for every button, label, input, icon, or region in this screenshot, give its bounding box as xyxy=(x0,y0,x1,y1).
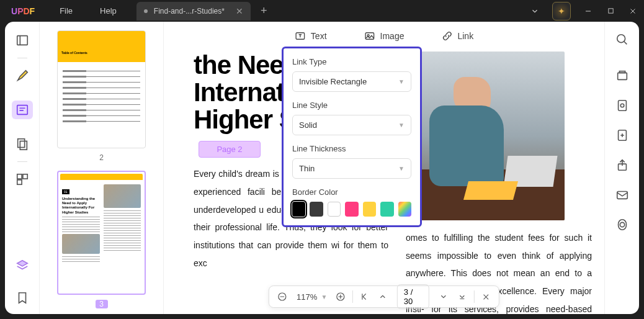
chevron-down-icon: ▼ xyxy=(398,122,405,128)
app-logo: UPDF xyxy=(0,6,46,16)
line-thickness-label: Line Thickness xyxy=(292,144,411,153)
svg-point-27 xyxy=(617,35,625,43)
link-type-label: Link Type xyxy=(292,57,411,66)
swatch-teal[interactable] xyxy=(380,202,393,217)
link-properties-popup: Link Type Invisible Rectangle▼ Line Styl… xyxy=(282,47,422,227)
thumbnail-label-3: 3 xyxy=(96,300,108,308)
print-icon[interactable] xyxy=(615,218,629,231)
swatch-white[interactable] xyxy=(328,202,341,217)
add-link-button[interactable]: Link xyxy=(441,30,473,42)
svg-rect-31 xyxy=(618,101,626,111)
share-icon[interactable] xyxy=(615,158,629,172)
svg-point-39 xyxy=(620,222,624,227)
document-tab[interactable]: Find-and-...r-Studies* ✕ xyxy=(136,2,251,20)
organize-pages-icon[interactable] xyxy=(14,137,30,151)
add-image-button[interactable]: Image xyxy=(364,30,405,42)
swatch-yellow[interactable] xyxy=(363,202,376,217)
ocr-icon[interactable] xyxy=(615,69,629,83)
last-page-button[interactable] xyxy=(454,288,470,305)
tab-title: Find-and-...r-Studies* xyxy=(154,7,225,16)
email-icon[interactable] xyxy=(615,188,629,202)
new-tab-button[interactable]: + xyxy=(261,4,267,17)
svg-rect-1 xyxy=(608,9,612,13)
close-window-button[interactable] xyxy=(622,0,644,22)
svg-rect-29 xyxy=(617,73,627,79)
svg-point-32 xyxy=(620,104,624,107)
page-link-button[interactable]: Page 2 xyxy=(199,141,261,158)
thumbnail-label-2: 2 xyxy=(57,153,146,162)
chevron-down-icon[interactable] xyxy=(524,0,546,22)
svg-rect-11 xyxy=(17,174,21,179)
svg-rect-10 xyxy=(20,141,27,150)
border-color-label: Border Color xyxy=(292,187,411,197)
svg-marker-14 xyxy=(17,261,27,266)
prev-page-button[interactable] xyxy=(375,288,391,305)
svg-rect-38 xyxy=(618,220,626,230)
bottom-toolbar: 117% ▼ 3 / 30 xyxy=(269,285,499,308)
line-style-label: Line Style xyxy=(292,101,411,110)
swatch-rainbow[interactable] xyxy=(398,202,411,217)
swatch-pink[interactable] xyxy=(345,202,358,217)
attach-icon[interactable] xyxy=(615,128,629,142)
zoom-out-button[interactable] xyxy=(274,288,290,305)
menu-file[interactable]: File xyxy=(46,6,86,16)
tools-icon[interactable] xyxy=(14,172,30,187)
close-toolbar-button[interactable] xyxy=(478,288,494,305)
search-icon[interactable] xyxy=(615,33,629,47)
bookmark-icon[interactable] xyxy=(14,290,30,305)
right-toolbar xyxy=(604,22,639,314)
left-toolbar xyxy=(5,22,40,314)
main-viewport[interactable]: Text Image Link the Need Internati Highe… xyxy=(164,22,604,314)
doc-image xyxy=(406,52,565,220)
page-indicator[interactable]: 3 / 30 xyxy=(397,284,429,309)
crop-icon[interactable] xyxy=(615,99,629,112)
thumbnails-panel: Table of Contents 2 01 Understanding the… xyxy=(40,22,164,314)
zoom-in-button[interactable] xyxy=(333,288,349,305)
zoom-value[interactable]: 117% xyxy=(295,292,319,302)
zoom-dropdown-icon[interactable]: ▼ xyxy=(321,294,328,300)
add-text-button[interactable]: Text xyxy=(295,30,327,42)
svg-rect-37 xyxy=(617,192,627,199)
maximize-button[interactable] xyxy=(599,0,622,22)
chevron-down-icon: ▼ xyxy=(398,78,405,85)
thumb-heading: Understanding the Need to Apply Internat… xyxy=(62,197,100,215)
layers-icon[interactable] xyxy=(14,258,30,273)
next-page-button[interactable] xyxy=(436,288,452,305)
chevron-down-icon: ▼ xyxy=(398,165,405,172)
comment-tool-icon[interactable] xyxy=(14,68,30,83)
reader-mode-icon[interactable] xyxy=(14,33,30,48)
thumbnail-page-2[interactable]: Table of Contents xyxy=(57,30,146,148)
line-style-select[interactable]: Solid▼ xyxy=(292,115,411,135)
thumbnail-page-3[interactable]: 01 Understanding the Need to Apply Inter… xyxy=(57,171,146,295)
swatch-black[interactable] xyxy=(292,202,305,217)
swatch-dark-gray[interactable] xyxy=(310,202,323,217)
line-thickness-select[interactable]: Thin▼ xyxy=(292,158,411,179)
thumb-toc-title: Table of Contents xyxy=(61,51,141,55)
close-tab-icon[interactable]: ✕ xyxy=(236,6,243,16)
ai-assistant-icon[interactable]: ✦ xyxy=(552,2,571,20)
minimize-button[interactable] xyxy=(577,0,599,22)
svg-rect-12 xyxy=(22,174,27,179)
svg-rect-30 xyxy=(619,71,625,73)
svg-rect-4 xyxy=(17,36,27,45)
color-swatches xyxy=(292,202,411,217)
link-type-select[interactable]: Invisible Rectangle▼ xyxy=(292,71,411,92)
menu-help[interactable]: Help xyxy=(86,6,130,16)
edit-toolbar: Text Image Link xyxy=(295,30,473,42)
workspace: Table of Contents 2 01 Understanding the… xyxy=(5,22,639,314)
svg-rect-6 xyxy=(17,106,27,115)
svg-rect-13 xyxy=(17,180,21,184)
svg-rect-9 xyxy=(17,139,24,148)
titlebar: UPDF File Help Find-and-...r-Studies* ✕ … xyxy=(0,0,644,22)
first-page-button[interactable] xyxy=(356,288,372,305)
edit-tool-icon[interactable] xyxy=(12,101,33,119)
svg-line-28 xyxy=(624,42,627,45)
thumb-badge: 01 xyxy=(62,189,69,194)
